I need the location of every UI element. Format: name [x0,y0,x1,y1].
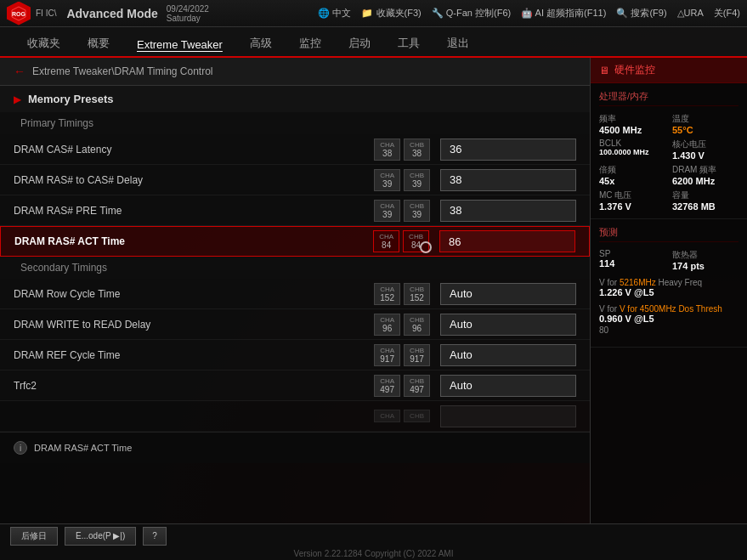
ras-to-cas-chb-badge: CHB 39 [404,169,430,191]
breadcrumb-text: Extreme Tweaker\DRAM Timing Control [32,65,213,77]
secondary-timings-label: Secondary Timings [0,257,590,279]
row-cycle-chb-badge: CHB 152 [404,283,430,305]
multiplier-label: 倍频 [599,164,665,176]
table-row: DRAM CAS# Latency CHA 38 CHB 38 [0,134,590,165]
extra-chb-badge: CHB [404,410,430,422]
back-arrow-icon[interactable]: ← [14,65,25,78]
write-to-read-cha-badge: CHA 96 [374,314,400,336]
trfc2-chb-badge: CHB 497 [404,375,430,397]
prediction-title: 预测 [599,226,739,242]
menu-close[interactable]: 关(F4) [714,7,740,20]
ras-pre-channels: CHA 39 CHB 39 [374,200,430,222]
ras-to-cas-label: DRAM RAS# to CAS# Delay [14,174,374,186]
core-voltage-label: 核心电压 [672,139,739,150]
heatsink-item: 散热器 174 pts [672,249,739,271]
mode-button[interactable]: E...ode(P ▶|) [65,527,136,546]
processor-memory-section: 处理器/内存 频率 4500 MHz 温度 55°C BCLK 100.0000… [591,83,747,219]
expand-icon: ▶ [14,93,21,105]
table-row: DRAM RAS# PRE Time CHA 39 CHB 39 [0,195,590,226]
table-row: DRAM RAS# to CAS# Delay CHA 39 CHB 39 [0,165,590,195]
help-button[interactable]: ? [143,527,167,546]
temp-label-text: 温度 [672,113,739,125]
ras-pre-chb-badge: CHB 39 [404,200,430,222]
extra-value-input[interactable] [440,405,576,427]
temp-value: 55°C [672,125,739,135]
tab-exit[interactable]: 退出 [433,31,483,58]
tab-advanced[interactable]: 高级 [236,31,286,58]
logo-area: ROG FI IC\ [7,2,56,25]
table-row: Trfc2 CHA 497 CHB 497 [0,371,590,401]
top-bar: ROG FI IC\ Advanced Mode 09/24/2022 Satu… [0,0,747,27]
v-4500-row: V for V for 4500MHz Dos Thresh 0.960 V @… [599,304,739,335]
write-to-read-label: DRAM WRITE to READ Delay [14,319,374,331]
version-text: Version 2.22.1284 Copyright (C) 2022 AMI [0,547,747,560]
tab-extreme-tweaker[interactable]: Extreme Tweaker [123,33,236,58]
cas-cha-badge: CHA 38 [374,139,400,161]
ref-cycle-value-input[interactable] [440,344,576,366]
mc-voltage-value: 1.376 V [599,201,665,212]
row-cycle-cha-badge: CHA 152 [374,283,400,305]
v-5216-row: V for 5216MHz Heavy Freq 1.226 V @L5 [599,278,739,297]
table-row: CHA CHB [0,401,590,432]
sp-value: 114 [599,258,665,269]
write-to-read-channels: CHA 96 CHB 96 [374,314,430,336]
write-to-read-chb-badge: CHB 96 [404,314,430,336]
table-row: DRAM Row Cycle Time CHA 152 CHB 152 [0,279,590,309]
save-button[interactable]: 后修日 [10,527,58,546]
ref-cycle-channels: CHA 917 CHB 917 [374,344,430,366]
ras-act-cha-badge: CHA 84 [373,230,399,252]
v-5216-label: V for 5216MHz Heavy Freq [599,278,739,287]
tab-favorites[interactable]: 收藏夹 [14,31,74,58]
capacity-value: 32768 MB [672,201,739,212]
memory-presets-label: Memory Presets [28,93,113,105]
rog-icon: ROG [7,2,31,25]
tab-boot[interactable]: 启动 [335,31,384,58]
hardware-monitor-title: 🖥 硬件监控 [591,58,747,83]
v-4500-value: 0.960 V @L5 [599,314,739,324]
tab-tools[interactable]: 工具 [384,31,433,58]
prediction-grid: SP 114 散热器 174 pts [599,249,739,271]
row-cycle-value-input[interactable] [440,283,576,305]
ref-cycle-label: DRAM REF Cycle Time [14,349,374,361]
menu-qfan[interactable]: 🔧 Q-Fan 控制(F6) [432,7,511,20]
dram-freq-value: 6200 MHz [672,176,739,186]
ras-pre-value-input[interactable] [440,200,576,222]
monitor-icon: 🖥 [599,65,609,76]
breadcrumb: ← Extreme Tweaker\DRAM Timing Control [0,58,590,86]
ras-to-cas-value-input[interactable] [440,169,576,191]
ras-act-channels: CHA 84 CHB 84 [373,230,429,252]
cas-value-input[interactable] [440,139,576,161]
temp-item: 温度 55°C [672,113,739,135]
write-to-read-value-input[interactable] [440,314,576,336]
bclk-label-text: BCLK [599,139,665,148]
cas-channels: CHA 38 CHB 38 [374,139,430,161]
menu-search[interactable]: 🔍 搜索(F9) [616,7,666,20]
menu-ai[interactable]: 🤖 AI 超频指南(F11) [521,7,606,20]
ras-act-value-input[interactable] [439,230,575,252]
sp-item: SP 114 [599,249,665,271]
menu-language[interactable]: 🌐 中文 [318,7,351,20]
core-voltage-value: 1.430 V [672,150,739,161]
heatsink-label: 散热器 [672,249,739,261]
trfc2-label: Trfc2 [14,380,374,392]
primary-timings-label: Primary Timings [0,112,590,134]
status-info-bar: i DRAM RAS# ACT Time [0,432,590,463]
sp-label: SP [599,249,665,258]
datetime: 09/24/2022 Saturday [167,4,209,23]
trfc2-value-input[interactable] [440,375,576,397]
memory-presets-section[interactable]: ▶ Memory Presets [0,86,590,112]
table-row: DRAM RAS# ACT Time CHA 84 CHB 84 [0,226,590,257]
ras-act-label: DRAM RAS# ACT Time [14,235,373,247]
menu-favorites[interactable]: 📁 收藏夹(F3) [361,7,421,20]
prediction-section: 预测 SP 114 散热器 174 pts V for 5216MHz Heav… [591,219,747,348]
row-cycle-label: DRAM Row Cycle Time [14,288,374,300]
multiplier-item: 倍频 45x [599,164,665,186]
top-menu: 🌐 中文 📁 收藏夹(F3) 🔧 Q-Fan 控制(F6) 🤖 AI 超频指南(… [318,7,740,20]
tab-monitor[interactable]: 监控 [286,31,335,58]
tab-overview[interactable]: 概要 [74,31,123,58]
capacity-item: 容量 32768 MB [672,189,739,212]
v-4500-threshold: 80 [599,325,739,335]
info-icon: i [14,441,27,455]
ras-to-cas-channels: CHA 39 CHB 39 [374,169,430,191]
menu-aura[interactable]: △URA [677,7,704,20]
